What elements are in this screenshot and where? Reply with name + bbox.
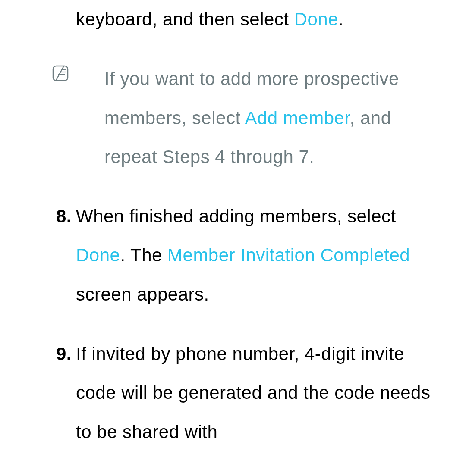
step-8-number: 8. bbox=[56, 197, 76, 236]
step-8-body: When finished adding members, select Don… bbox=[76, 197, 440, 314]
step-fragment-body: keyboard, and then select Done. bbox=[76, 0, 440, 39]
step-fragment: keyboard, and then select Done. bbox=[0, 0, 440, 39]
step-8: 8. When finished adding members, select … bbox=[0, 197, 440, 314]
fragment-post: . bbox=[338, 9, 343, 29]
step-9-marker: 9. bbox=[0, 335, 76, 373]
step8-post: screen appears. bbox=[76, 284, 209, 304]
step8-pre: When finished adding members, select bbox=[76, 206, 396, 226]
note-body: If you want to add more prospective memb… bbox=[76, 60, 440, 176]
fragment-text: keyboard, and then select bbox=[76, 9, 294, 29]
step8-mid: . The bbox=[120, 245, 167, 265]
step-9-number: 9. bbox=[56, 335, 76, 373]
note-icon-wrap bbox=[0, 60, 76, 82]
step9-text: If invited by phone number, 4-digit invi… bbox=[76, 344, 430, 442]
note-icon bbox=[52, 65, 69, 82]
note-block: If you want to add more prospective memb… bbox=[0, 60, 440, 176]
step-8-marker: 8. bbox=[0, 197, 76, 236]
term-add-member: Add member bbox=[245, 108, 350, 128]
term-member-invitation-completed: Member Invitation Completed bbox=[167, 245, 410, 265]
term-done-2: Done bbox=[76, 245, 120, 265]
step-9-body: If invited by phone number, 4-digit invi… bbox=[76, 335, 440, 451]
term-done: Done bbox=[294, 9, 338, 29]
step-9: 9. If invited by phone number, 4-digit i… bbox=[0, 335, 440, 451]
document-page: keyboard, and then select Done. If you w… bbox=[0, 0, 466, 451]
